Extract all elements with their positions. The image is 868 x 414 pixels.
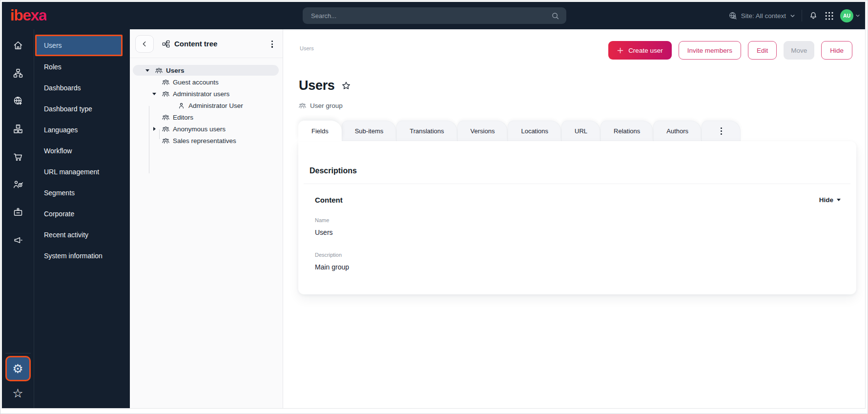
sidebar-item-workflow[interactable]: Workflow [34, 140, 130, 161]
site-context-switcher[interactable]: Site: All context [728, 11, 795, 20]
plus-icon [617, 47, 623, 54]
ibexa-logo[interactable]: ibexa [10, 6, 46, 24]
sidebar-item-label: Segments [44, 189, 75, 197]
user-icon [178, 102, 185, 109]
caret-down-icon [837, 199, 841, 201]
fields-card: Descriptions Content Hide Name Users Des… [298, 141, 856, 294]
site-icon[interactable] [2, 87, 34, 115]
caret-collapsed-icon[interactable] [151, 127, 157, 131]
sidebar-item-label: Languages [44, 126, 78, 134]
tab-translations[interactable]: Translations [396, 121, 457, 141]
breadcrumb[interactable]: Users [300, 45, 314, 51]
edit-button[interactable]: Edit [748, 41, 777, 60]
caret-expanded-icon[interactable] [145, 69, 150, 72]
card-heading: Descriptions [310, 166, 357, 175]
field-value: Users [315, 228, 333, 236]
tab-locations[interactable]: Locations [508, 121, 561, 141]
content-tree-list: Users Guest accounts Administrator users… [130, 58, 283, 146]
collapse-tree-button[interactable] [135, 35, 154, 53]
tab-authors[interactable]: Authors [653, 121, 702, 141]
tab-relations[interactable]: Relations [600, 121, 653, 141]
user-group-icon [299, 102, 306, 109]
corporate-icon[interactable] [2, 198, 34, 226]
sidebar-menu: Users Roles Dashboards Dashboard type La… [34, 29, 130, 408]
sidebar-item-languages[interactable]: Languages [34, 119, 130, 140]
tree-item-label: Users [166, 67, 185, 74]
favorites-star-icon[interactable]: ☆ [5, 386, 31, 400]
tree-item-guest-accounts[interactable]: Guest accounts [130, 76, 283, 88]
content-tree-panel: Content tree Users Guest accounts [130, 29, 283, 408]
chevron-down-icon [790, 13, 795, 19]
sidebar-item-label: Roles [44, 63, 62, 71]
sidebar-item-label: Dashboards [44, 84, 81, 92]
home-icon[interactable] [2, 31, 34, 59]
window-frame: ibexa Site: All context [0, 0, 868, 414]
sidebar-item-label: Workflow [44, 147, 72, 155]
content-tree-title: Content tree [174, 40, 217, 48]
user-group-icon [162, 137, 169, 145]
bookmark-star-icon[interactable] [341, 81, 351, 91]
tab-url[interactable]: URL [561, 121, 600, 141]
sidebar-item-dashboard-type[interactable]: Dashboard type [34, 98, 130, 119]
invite-members-button[interactable]: Invite members [679, 41, 741, 60]
tree-options-kebab-icon[interactable] [269, 40, 276, 49]
tree-item-administrator-user[interactable]: Administrator User [130, 100, 283, 111]
tree-item-label: Guest accounts [173, 79, 219, 86]
tab-fields[interactable]: Fields [298, 121, 342, 141]
user-menu[interactable]: AU [840, 9, 860, 22]
user-group-icon [162, 125, 169, 133]
search-input[interactable] [311, 12, 551, 20]
section-title: Content [315, 196, 343, 204]
tab-more-kebab-icon[interactable] [702, 121, 741, 141]
caret-expanded-icon[interactable] [151, 93, 157, 95]
settings-gear-icon[interactable]: ⚙ [5, 356, 31, 381]
content-structure-icon[interactable] [2, 59, 34, 87]
sidebar-item-segments[interactable]: Segments [34, 182, 130, 203]
sidebar-item-url-management[interactable]: URL management [34, 161, 130, 182]
tab-bar: Fields Sub-items Translations Versions L… [298, 121, 741, 141]
announcement-icon[interactable] [2, 226, 34, 254]
tree-item-label: Administrator User [188, 102, 243, 109]
sidebar-item-corporate[interactable]: Corporate [34, 203, 130, 224]
notifications-bell-icon[interactable] [808, 11, 818, 21]
sidebar-item-recent-activity[interactable]: Recent activity [34, 224, 130, 245]
main-content: Users Create user Invite members Edit Mo… [283, 29, 865, 408]
global-search[interactable] [303, 7, 566, 24]
product-catalog-icon[interactable] [2, 115, 34, 143]
chevron-down-icon [855, 13, 860, 18]
sidebar-item-label: Users [44, 41, 62, 49]
tree-item-users[interactable]: Users [130, 64, 283, 76]
tree-item-sales-representatives[interactable]: Sales representatives [130, 135, 283, 146]
user-group-icon [162, 79, 169, 86]
tab-sub-items[interactable]: Sub-items [342, 121, 397, 141]
icon-rail: ⚙ ☆ [2, 29, 34, 408]
tree-item-label: Sales representatives [173, 137, 236, 145]
sidebar-item-system-information[interactable]: System information [34, 245, 130, 266]
topbar-divider [802, 10, 802, 21]
globe-icon [728, 11, 737, 20]
topbar: ibexa Site: All context [2, 2, 865, 29]
tab-versions[interactable]: Versions [457, 121, 508, 141]
page-title: Users [299, 78, 335, 93]
personalization-icon[interactable] [2, 170, 34, 198]
create-user-button[interactable]: Create user [608, 41, 672, 60]
sidebar-item-roles[interactable]: Roles [34, 56, 130, 77]
app-grid-icon[interactable] [825, 11, 834, 21]
user-group-icon [162, 114, 169, 121]
sidebar-item-dashboards[interactable]: Dashboards [34, 77, 130, 98]
avatar[interactable]: AU [840, 9, 853, 22]
card-divider [304, 184, 850, 184]
field-value: Main group [315, 263, 349, 271]
tree-item-label: Administrator users [173, 90, 229, 98]
move-button[interactable]: Move [784, 41, 814, 60]
rail-divider [5, 353, 31, 353]
commerce-icon[interactable] [2, 143, 34, 170]
search-icon[interactable] [551, 12, 559, 20]
section-collapse-toggle[interactable]: Hide [819, 196, 841, 204]
hide-button[interactable]: Hide [821, 41, 852, 60]
tree-item-anonymous-users[interactable]: Anonymous users [130, 123, 283, 135]
tree-item-editors[interactable]: Editors [130, 111, 283, 123]
tree-item-administrator-users[interactable]: Administrator users [130, 88, 283, 100]
sidebar-item-users[interactable]: Users [35, 35, 123, 56]
field-label: Description [315, 252, 342, 258]
